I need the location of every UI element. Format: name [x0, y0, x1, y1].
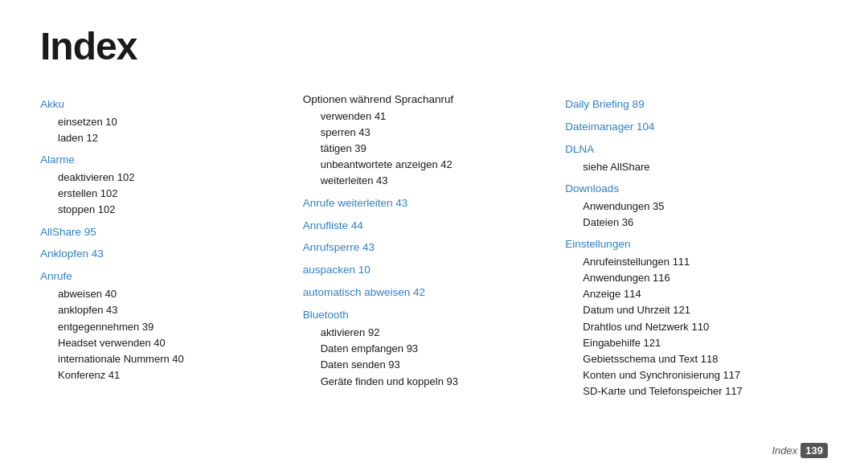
index-link: Anrufe [40, 268, 295, 285]
index-link: automatisch abweisen 42 [303, 285, 558, 301]
index-sub-entry: einsetzen 10 [40, 114, 295, 130]
index-sub-entry: deaktivieren 102 [40, 170, 295, 186]
index-link: Downloads [565, 181, 820, 198]
column-3: Daily Briefing 89Dateimanager 104DLNAsie… [565, 91, 828, 399]
index-sub-entry: laden 12 [40, 130, 295, 146]
column-2: Optionen während Sprachanrufverwenden 41… [303, 91, 566, 399]
footer-label: Index [772, 444, 797, 457]
index-sub-entry: Geräte finden und koppeln 93 [303, 374, 558, 390]
index-sub-entry: Datum und Uhrzeit 121 [565, 302, 820, 318]
index-link: Einstellungen [565, 236, 820, 253]
index-sub-entry: Anwendungen 116 [565, 270, 820, 286]
index-link: auspacken 10 [303, 262, 558, 279]
index-link: Anrufliste 44 [303, 218, 558, 235]
page: Index Akkueinsetzen 10laden 12Alarmedeak… [0, 0, 868, 471]
index-plain-indent-entry: unbeantwortete anzeigen 42 [303, 157, 558, 173]
index-plain-indent-entry: verwenden 41 [303, 109, 558, 125]
index-columns: Akkueinsetzen 10laden 12Alarmedeaktivier… [40, 91, 828, 399]
index-sub-entry: SD-Karte und Telefonspeicher 117 [565, 383, 820, 399]
index-sub-entry: Gebietsschema und Text 118 [565, 351, 820, 367]
index-plain-indent-entry: sperren 43 [303, 125, 558, 141]
index-sub-entry: Anrufeinstellungen 111 [565, 254, 820, 270]
index-sub-entry: Konferenz 41 [40, 367, 295, 383]
index-plain-entry: Optionen während Sprachanruf [303, 92, 558, 109]
index-sub-entry: Eingabehilfe 121 [565, 335, 820, 351]
index-sub-entry: Dateien 36 [565, 215, 820, 231]
index-sub-entry: Anzeige 114 [565, 286, 820, 302]
footer-page: 139 [800, 443, 828, 458]
index-sub-entry: stoppen 102 [40, 202, 295, 218]
index-link: Alarme [40, 152, 295, 169]
footer: Index 139 [772, 443, 828, 458]
index-sub-entry: Daten empfangen 93 [303, 341, 558, 357]
index-sub-entry: entgegennehmen 39 [40, 319, 295, 335]
index-sub-entry: erstellen 102 [40, 186, 295, 202]
index-sub-entry: abweisen 40 [40, 286, 295, 302]
index-plain-indent-entry: weiterleiten 43 [303, 173, 558, 189]
index-sub-entry: Headset verwenden 40 [40, 335, 295, 351]
index-sub-entry: aktivieren 92 [303, 325, 558, 341]
index-sub-entry: Anwendungen 35 [565, 199, 820, 215]
index-sub-entry: internationale Nummern 40 [40, 351, 295, 367]
index-link: DLNA [565, 141, 820, 158]
index-sub-entry: Drahtlos und Netzwerk 110 [565, 319, 820, 335]
index-sub-entry: anklopfen 43 [40, 302, 295, 318]
index-sub-entry: Daten senden 93 [303, 357, 558, 373]
index-link: Bluetooth [303, 307, 558, 324]
index-link: AllShare 95 [40, 224, 295, 241]
page-title: Index [40, 24, 828, 68]
index-link: Anklopfen 43 [40, 246, 295, 263]
index-link: Anrufe weiterleiten 43 [303, 195, 558, 212]
index-sub-entry: siehe AllShare [565, 159, 820, 175]
index-link: Dateimanager 104 [565, 119, 820, 136]
index-link: Daily Briefing 89 [565, 96, 820, 113]
index-sub-entry: Konten und Synchronisierung 117 [565, 367, 820, 383]
index-link: Akku [40, 96, 295, 113]
index-link: Anrufsperre 43 [303, 240, 558, 256]
column-1: Akkueinsetzen 10laden 12Alarmedeaktivier… [40, 91, 303, 399]
index-plain-indent-entry: tätigen 39 [303, 141, 558, 157]
